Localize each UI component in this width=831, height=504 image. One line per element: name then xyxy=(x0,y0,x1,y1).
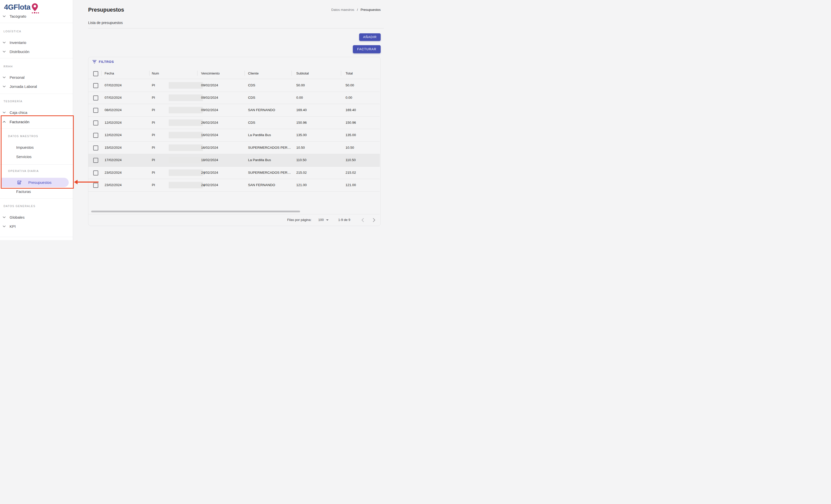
cell-total: 50.00 xyxy=(346,79,354,92)
cell-total: 150.96 xyxy=(346,116,356,129)
cell-fecha: 23/02/2024 xyxy=(105,167,122,179)
cell-total: 215.02 xyxy=(346,167,356,179)
table-row[interactable]: 15/02/2024 PI 16/02/2024 SUPERMERCADOS P… xyxy=(88,141,380,154)
chevron-down-icon xyxy=(2,42,5,43)
divider xyxy=(0,94,73,94)
table-row[interactable]: 07/02/2024 PI 09/02/2024 CDS 50.00 50.00 xyxy=(88,79,380,92)
sidebar-section-datos-generales: DATOS GENERALES xyxy=(3,205,35,208)
column-header-cliente[interactable]: Cliente xyxy=(248,71,259,75)
sidebar-item-label: Inventario xyxy=(9,40,26,45)
sidebar-item-inventario[interactable]: Inventario xyxy=(0,40,73,45)
cell-num: PI xyxy=(152,79,155,92)
cell-fecha: 12/02/2024 xyxy=(105,116,122,129)
cell-vencimiento: 24/02/2024 xyxy=(201,179,218,191)
cell-vencimiento: 16/02/2024 xyxy=(201,129,218,141)
post-add-icon xyxy=(17,180,22,185)
sidebar-item-label: Personal xyxy=(9,75,25,80)
sidebar-item-impuestos[interactable]: Impuestos xyxy=(16,145,34,149)
add-button[interactable]: AÑADIR xyxy=(359,33,381,41)
sidebar-section-datos-maestros: DATOS MAESTROS xyxy=(8,135,38,138)
row-checkbox[interactable] xyxy=(93,133,98,138)
sidebar-section-logistica: LOGÍSTICA xyxy=(3,30,21,33)
horizontal-scrollbar[interactable] xyxy=(91,211,300,212)
sidebar-item-caja-chica[interactable]: Caja chica xyxy=(0,110,73,115)
table-row-highlighted[interactable]: 17/02/2024 PI 18/02/2024 La Pardilla Bus… xyxy=(88,154,380,167)
sidebar-item-facturacion[interactable]: Facturación xyxy=(0,119,73,124)
table-row[interactable]: 12/02/2024 PI 16/02/2024 La Pardilla Bus… xyxy=(88,129,380,142)
redaction-block xyxy=(169,157,203,164)
column-separator xyxy=(341,71,341,76)
rows-per-page-label: Filas por página: xyxy=(287,214,311,226)
cell-fecha: 07/02/2024 xyxy=(105,91,122,104)
select-all-checkbox[interactable] xyxy=(93,71,98,76)
cell-total: 135.00 xyxy=(346,129,356,141)
column-header-num[interactable]: Num xyxy=(152,71,159,75)
sidebar-item-jornada-laboral[interactable]: Jornada Laboral xyxy=(0,84,73,89)
table-row[interactable]: 07/02/2024 PI 09/02/2024 CDS 0.00 0.00 xyxy=(88,91,380,104)
redaction-block xyxy=(169,94,203,101)
sidebar-item-presupuestos-active[interactable]: Presupuestos xyxy=(1,178,69,187)
sidebar-item-personal[interactable]: Personal xyxy=(0,75,73,80)
cell-vencimiento: 24/02/2024 xyxy=(201,167,218,179)
sidebar-item-globales[interactable]: Globales xyxy=(0,214,73,220)
row-checkbox[interactable] xyxy=(93,120,98,125)
column-header-fecha[interactable]: Fecha xyxy=(105,71,114,75)
filter-icon xyxy=(92,60,96,64)
cell-cliente: La Pardilla Bus xyxy=(248,129,271,141)
column-separator xyxy=(101,71,102,76)
cell-subtotal: 121.00 xyxy=(296,179,307,191)
divider xyxy=(0,23,73,23)
chevron-down-icon[interactable] xyxy=(326,219,328,221)
redaction-block xyxy=(169,182,203,188)
cell-subtotal: 110.50 xyxy=(296,154,306,167)
table-row[interactable]: 23/02/2024 PI ) 24/02/2024 SUPERMERCADOS… xyxy=(88,167,380,179)
row-checkbox[interactable] xyxy=(93,95,98,100)
cell-fecha: 23/02/2024 xyxy=(105,179,122,191)
redaction-block xyxy=(169,119,203,126)
row-checkbox[interactable] xyxy=(93,83,98,88)
sidebar-item-facturas[interactable]: Facturas xyxy=(16,189,31,194)
chevron-down-icon xyxy=(2,51,5,53)
annotation-arrow-head-icon xyxy=(74,180,78,184)
sidebar-item-kpi[interactable]: KPI xyxy=(0,224,73,229)
table-row[interactable]: 23/02/2024 PI | 24/02/2024 SAN FERNANDO … xyxy=(88,179,380,191)
chevron-left-icon xyxy=(361,218,364,222)
breadcrumb-parent[interactable]: Datos maestros xyxy=(332,8,354,11)
chevron-down-icon xyxy=(2,77,5,78)
column-separator xyxy=(291,71,292,76)
redaction-block xyxy=(169,107,203,113)
table-footer: Filas por página: 100 1-9 de 9 xyxy=(88,214,380,226)
chevron-down-icon xyxy=(2,226,5,227)
cell-total: 110.50 xyxy=(346,154,356,167)
chevron-up-icon xyxy=(2,121,5,123)
filters-button[interactable]: FILTROS xyxy=(92,60,114,64)
cell-subtotal: 10.50 xyxy=(296,141,305,154)
row-checkbox[interactable] xyxy=(93,158,98,163)
sidebar-item-distribucion[interactable]: Distribución xyxy=(0,49,73,54)
previous-page-button[interactable] xyxy=(360,217,366,223)
row-checkbox[interactable] xyxy=(93,108,98,113)
divider xyxy=(88,28,384,29)
page-title: Presupuestos xyxy=(88,7,124,13)
rows-per-page-select[interactable]: 100 xyxy=(318,214,324,226)
row-checkbox[interactable] xyxy=(93,183,98,188)
row-checkbox[interactable] xyxy=(93,145,98,150)
column-header-subtotal[interactable]: Subtotal xyxy=(296,71,309,75)
next-page-button[interactable] xyxy=(371,217,377,223)
brand-name: 4GFlota xyxy=(4,3,30,11)
cell-num: PI xyxy=(152,167,155,179)
cell-cliente: CDS xyxy=(248,79,255,92)
column-header-vencimiento[interactable]: Vencimiento xyxy=(201,71,220,75)
row-checkbox[interactable] xyxy=(93,171,98,176)
cell-fecha: 08/02/2024 xyxy=(105,104,122,116)
invoice-button[interactable]: FACTURAR xyxy=(353,45,381,53)
cell-subtotal: 0.00 xyxy=(296,91,303,104)
column-separator xyxy=(197,71,198,76)
redaction-block xyxy=(169,132,203,138)
column-header-total[interactable]: Total xyxy=(346,71,353,75)
table-row[interactable]: 12/02/2024 PI 26/02/2024 CDS 150.96 150.… xyxy=(88,116,380,129)
table-header-row: Fecha Num Vencimiento Cliente Subtotal T… xyxy=(88,68,380,79)
table-row[interactable]: 08/02/2024 PI 09/02/2024 SAN FERNANDO 16… xyxy=(88,104,380,117)
sidebar-item-label: Distribución xyxy=(9,50,29,54)
sidebar-item-servicios[interactable]: Servicios xyxy=(16,154,32,159)
